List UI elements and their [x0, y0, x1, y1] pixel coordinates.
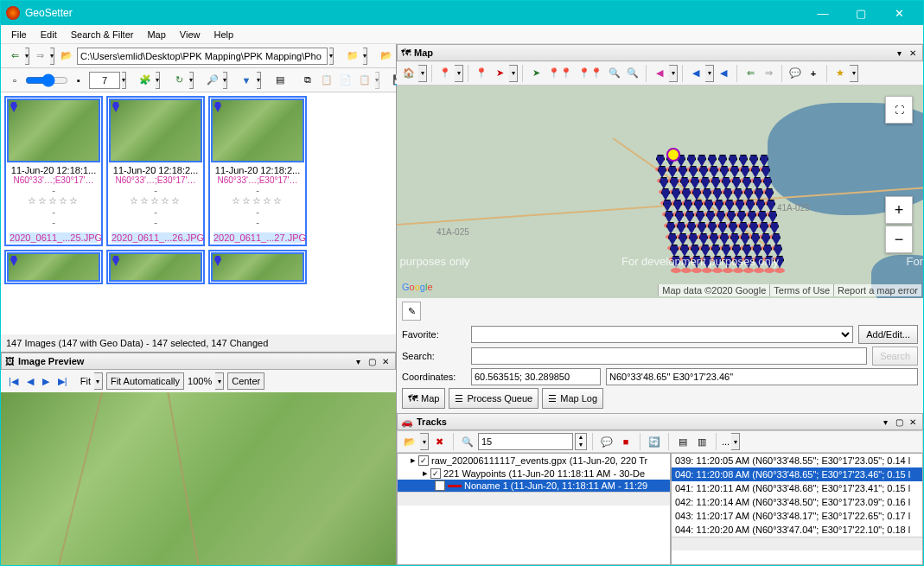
- track-list-row[interactable]: 039: 11:20:05 AM (N60°33'48.55"; E30°17'…: [672, 454, 922, 467]
- zoom-area2-icon[interactable]: 🔍: [624, 64, 641, 83]
- paste2-drop[interactable]: ▾: [375, 72, 379, 89]
- tracks-close-icon[interactable]: ✕: [907, 417, 919, 427]
- thumb-stars[interactable]: ☆☆☆☆☆: [213, 195, 302, 207]
- flag-pink-drop[interactable]: ▾: [669, 65, 678, 82]
- thumbnail-card[interactable]: 11-Jun-20 12:18:1... N60°33'…;E30°17'… -…: [4, 96, 103, 246]
- folder-tree-icon[interactable]: 📂: [378, 47, 395, 66]
- map-tool-home-drop[interactable]: ▾: [418, 65, 427, 82]
- last-image-icon[interactable]: ▶|: [55, 372, 70, 390]
- pins-cluster-icon[interactable]: 📍📍: [545, 64, 575, 83]
- menu-map[interactable]: Map: [140, 28, 172, 41]
- pin-yellow-drop[interactable]: ▾: [455, 65, 463, 82]
- thumb-zoom-dropdown[interactable]: ▾: [122, 72, 126, 89]
- map-search-input[interactable]: [471, 347, 867, 365]
- nav-back-button[interactable]: ⇐: [6, 47, 23, 66]
- select-all-icon[interactable]: ▤: [271, 71, 289, 90]
- map-forward-icon[interactable]: ⇒: [760, 64, 777, 83]
- view-mode-icon[interactable]: 🧩: [137, 71, 154, 90]
- preview-header[interactable]: 🖼 Image Preview ▾ ▢ ✕: [1, 353, 396, 370]
- crosshair-icon[interactable]: +: [805, 64, 822, 83]
- folder-fav-dropdown[interactable]: ▾: [363, 48, 367, 65]
- send-to-icon[interactable]: ➤: [527, 64, 545, 83]
- pin-red-nav-drop[interactable]: ▾: [509, 65, 518, 82]
- track-list-row[interactable]: 041: 11:20:11 AM (N60°33'48.68"; E30°17'…: [672, 481, 922, 495]
- map-zoom-in-button[interactable]: +: [885, 196, 913, 224]
- clipboard-icon[interactable]: 📄: [337, 71, 354, 90]
- nav-back-dropdown[interactable]: ▾: [25, 48, 29, 65]
- nav-forward-dropdown[interactable]: ▾: [50, 48, 54, 65]
- map-close-icon[interactable]: ✕: [907, 48, 919, 58]
- map-zoom-out-button[interactable]: −: [885, 226, 913, 253]
- flag-blue-drop[interactable]: ▾: [705, 65, 714, 82]
- thumb-stars[interactable]: ☆☆☆☆☆: [10, 195, 98, 207]
- track-open-icon[interactable]: 📂: [401, 432, 418, 451]
- preview-image[interactable]: [1, 392, 396, 565]
- thumbnail-card[interactable]: [106, 250, 205, 284]
- coords-dec-input[interactable]: [471, 368, 601, 385]
- tracks-restore-icon[interactable]: ▢: [893, 417, 905, 427]
- tracks-dropdown-icon[interactable]: ▾: [879, 417, 891, 427]
- preview-close-icon[interactable]: ✕: [379, 357, 392, 366]
- menu-help[interactable]: Help: [207, 28, 241, 41]
- zoom-out-icon[interactable]: ▫: [6, 71, 23, 90]
- thumbnail-grid[interactable]: 11-Jun-20 12:18:1... N60°33'…;E30°17'… -…: [1, 92, 396, 334]
- track-list-row[interactable]: 044: 11:20:20 AM (N60°33'47.04"; E30°17'…: [672, 523, 922, 537]
- track-list-row[interactable]: 042: 11:20:14 AM (N60°33'48.50"; E30°17'…: [672, 495, 922, 509]
- filter-drop[interactable]: ▾: [257, 72, 261, 89]
- thumbnail-card[interactable]: [4, 250, 103, 284]
- spin-down-icon[interactable]: ▼: [576, 442, 586, 449]
- thumbnail-card[interactable]: 11-Jun-20 12:18:2... N60°33'…;E30°17'… -…: [208, 96, 307, 246]
- search-icon[interactable]: 🔎: [204, 71, 221, 90]
- track-zoom-icon[interactable]: 🔍: [459, 432, 476, 451]
- menu-file[interactable]: File: [4, 28, 34, 41]
- tab-process-queue[interactable]: ☰Process Queue: [449, 388, 538, 409]
- thumbnail-image[interactable]: [7, 99, 100, 162]
- fullscreen-icon[interactable]: ⛶: [885, 96, 913, 124]
- zoom-area-icon[interactable]: 🔍: [606, 64, 623, 83]
- paste2-icon[interactable]: 📋: [356, 71, 373, 90]
- noname-checkbox[interactable]: ✓: [435, 480, 445, 491]
- thumbnail-card[interactable]: [208, 250, 307, 284]
- zoom-percent-dropdown[interactable]: ▾: [215, 372, 224, 390]
- flag-blue2-icon[interactable]: ◀: [715, 64, 732, 83]
- path-dropdown[interactable]: ▾: [329, 48, 334, 65]
- gpx-checkbox[interactable]: ✓: [418, 455, 429, 466]
- tree-waypoints-row[interactable]: ▸ ✓ 221 Waypoints (11-Jun-20 11:18:11 AM…: [398, 467, 670, 480]
- track-view2-icon[interactable]: ▥: [693, 432, 711, 451]
- track-record-icon[interactable]: ■: [617, 432, 634, 451]
- star-icon[interactable]: ★: [832, 64, 849, 83]
- tab-map-log[interactable]: ☰Map Log: [542, 388, 603, 409]
- nav-forward-button[interactable]: ⇒: [31, 47, 48, 66]
- comment-icon[interactable]: 💬: [787, 64, 804, 83]
- attrib-terms[interactable]: Terms of Use: [769, 284, 833, 296]
- copy-icon[interactable]: ⧉: [299, 71, 316, 90]
- track-spin-input[interactable]: [478, 433, 573, 450]
- add-edit-button[interactable]: Add/Edit...: [858, 325, 918, 344]
- zoom-in-icon[interactable]: ▪: [70, 71, 87, 90]
- star-drop[interactable]: ▾: [850, 65, 858, 82]
- map-header[interactable]: 🗺 Map ▾ ✕: [397, 44, 923, 61]
- fit-mode-button[interactable]: Fit Automatically: [106, 372, 184, 390]
- map-dropdown-icon[interactable]: ▾: [893, 48, 905, 58]
- fit-dropdown[interactable]: ▾: [94, 372, 103, 390]
- edit-coord-icon[interactable]: ✎: [402, 302, 421, 321]
- coords-dms-input[interactable]: [606, 368, 918, 385]
- thumb-zoom-slider[interactable]: [25, 73, 68, 87]
- pin-red-nav-icon[interactable]: ➤: [491, 64, 508, 83]
- menu-edit[interactable]: Edit: [34, 28, 64, 41]
- tree-noname-row[interactable]: ✓ Noname 1 (11-Jun-20, 11:18:11 AM - 11:…: [398, 480, 670, 492]
- tree-scrollbar[interactable]: [398, 492, 670, 506]
- search-drop[interactable]: ▾: [223, 72, 227, 89]
- tab-map[interactable]: 🗺Map: [402, 388, 445, 409]
- track-list-row[interactable]: 040: 11:20:08 AM (N60°33'48.65"; E30°17'…: [672, 467, 922, 481]
- map-back-icon[interactable]: ⇐: [742, 64, 759, 83]
- track-more-label[interactable]: ...: [722, 436, 730, 447]
- thumbnail-image[interactable]: [109, 99, 202, 162]
- refresh-icon[interactable]: ↻: [170, 71, 188, 90]
- prev-image-icon[interactable]: ◀: [24, 372, 36, 390]
- track-view1-icon[interactable]: ▤: [674, 432, 691, 451]
- flag-pink-icon[interactable]: ◀: [651, 64, 668, 83]
- thumb-zoom-value[interactable]: [89, 72, 120, 89]
- selected-marker-icon[interactable]: [666, 148, 680, 162]
- path-input[interactable]: [77, 48, 328, 65]
